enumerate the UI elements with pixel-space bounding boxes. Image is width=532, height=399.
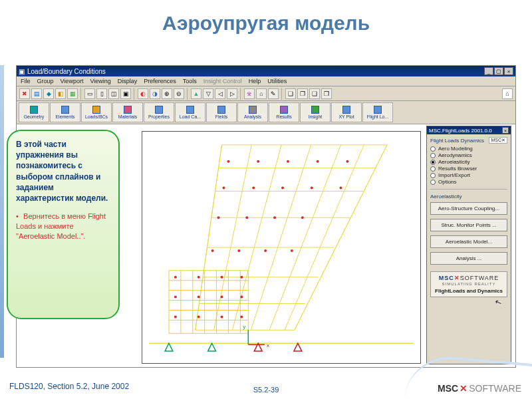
svg-line-2: [214, 145, 252, 330]
svg-line-7: [295, 145, 387, 330]
tool-button[interactable]: ◑: [150, 88, 160, 99]
svg-marker-0: [196, 145, 387, 330]
tab-properties[interactable]: Properties: [144, 102, 174, 122]
tool-button[interactable]: ▤: [31, 88, 42, 99]
tool-button[interactable]: ▭: [84, 88, 95, 99]
tab-geometry[interactable]: Geometry: [19, 102, 49, 122]
svg-point-16: [287, 160, 289, 163]
model-viewport[interactable]: x y: [142, 131, 421, 364]
panel-heading: Flight Loads Dynamics: [430, 138, 484, 144]
svg-line-5: [269, 145, 340, 330]
svg-point-52: [174, 315, 177, 318]
svg-point-14: [227, 160, 229, 163]
tool-button[interactable]: ❒: [321, 88, 332, 99]
flightloads-panel: MSC.FlightLoads 2001.0.0 × Flight Loads …: [426, 126, 511, 364]
radio-aerodynamics[interactable]: Aerodynamics: [430, 152, 507, 158]
menu-item[interactable]: Display: [118, 78, 138, 84]
svg-point-29: [237, 249, 240, 252]
svg-line-4: [251, 145, 311, 330]
msc-badge-icon: MSC✕: [489, 137, 507, 144]
aeroelastic-model-button[interactable]: Aeroelastic Model...: [430, 235, 507, 248]
tool-button[interactable]: ▣: [120, 88, 131, 99]
tool-button[interactable]: ❏: [285, 88, 296, 99]
menu-item[interactable]: Viewport: [61, 78, 84, 84]
tool-button[interactable]: ※: [244, 88, 255, 99]
svg-point-22: [311, 187, 313, 190]
tool-button[interactable]: ◧: [55, 88, 66, 99]
svg-point-15: [257, 160, 259, 163]
tab-analysis[interactable]: Analysis: [237, 102, 268, 122]
svg-point-18: [346, 160, 348, 163]
menu-item[interactable]: File: [21, 78, 31, 84]
svg-point-20: [252, 187, 255, 190]
menu-item[interactable]: Tools: [183, 78, 197, 84]
svg-point-45: [198, 276, 200, 279]
tool-button[interactable]: ▽: [203, 88, 213, 99]
svg-point-24: [217, 216, 220, 219]
tool-button[interactable]: ◫: [108, 88, 119, 99]
panel-logo: MSC✕SOFTWARE SIMULATING REALITY FlightLo…: [430, 271, 507, 297]
aero-structure-coupling-button[interactable]: Aero-Structure Coupling...: [430, 202, 507, 215]
svg-point-48: [174, 296, 177, 299]
svg-point-28: [211, 249, 214, 252]
radio-results-browser[interactable]: Results Browser: [430, 166, 507, 172]
tab-elements[interactable]: Elements: [50, 102, 80, 122]
footer-left: FLDS120, Section 5.2, June 2002: [9, 382, 129, 391]
tool-button[interactable]: ✖: [19, 88, 30, 99]
svg-point-49: [198, 296, 200, 299]
close-button[interactable]: ×: [504, 67, 513, 75]
tab-xyplot[interactable]: XY Plot: [331, 102, 362, 122]
menu-item[interactable]: Viewing: [90, 78, 110, 84]
tab-results[interactable]: Results: [269, 102, 299, 122]
svg-line-1: [196, 145, 222, 330]
svg-point-26: [273, 216, 276, 219]
panel-close-icon[interactable]: ×: [502, 127, 509, 134]
analysis-button[interactable]: Analysis ...: [430, 252, 507, 265]
radio-aero-modeling[interactable]: Aero Modeling: [430, 146, 507, 152]
menu-item[interactable]: Group: [37, 78, 54, 84]
svg-point-46: [221, 276, 223, 279]
svg-point-31: [291, 249, 293, 252]
svg-point-27: [301, 216, 304, 219]
tool-button[interactable]: ⊕: [162, 88, 172, 99]
struc-monitor-points-button[interactable]: Struc. Monitor Points ...: [430, 219, 507, 231]
app-icon: ▣: [19, 68, 25, 75]
home-icon[interactable]: ⌂: [502, 88, 513, 99]
tab-insight[interactable]: Insight: [300, 102, 331, 122]
menu-item[interactable]: Utilities: [267, 78, 287, 84]
menu-item[interactable]: Preferences: [144, 78, 176, 84]
tab-loadcases[interactable]: Load Ca...: [175, 102, 205, 122]
radio-import-export[interactable]: Import/Export: [430, 172, 507, 178]
slide-accent-bar: [0, 65, 4, 358]
maximize-button[interactable]: ▢: [494, 67, 503, 75]
window-title: Load/Boundary Conditions: [27, 68, 106, 75]
tool-button[interactable]: ⌂: [256, 88, 267, 99]
tool-button[interactable]: ▲: [191, 88, 201, 99]
svg-marker-60: [294, 343, 302, 351]
menu-item[interactable]: Help: [249, 78, 261, 84]
tool-button[interactable]: ◆: [43, 88, 54, 99]
tool-button[interactable]: ◐: [138, 88, 148, 99]
tool-button[interactable]: ▯: [96, 88, 107, 99]
svg-line-6: [285, 145, 364, 330]
slide-title: Аэроупругая модель: [0, 0, 532, 43]
panel-title: MSC.FlightLoads 2001.0.0: [429, 128, 492, 134]
tool-button[interactable]: ❑: [309, 88, 320, 99]
tool-button[interactable]: ✎: [268, 88, 279, 99]
radio-aeroelasticity[interactable]: Aeroelasticity: [430, 159, 507, 165]
tab-fields[interactable]: Fields: [206, 102, 237, 122]
minimize-button[interactable]: _: [484, 67, 493, 75]
tool-button[interactable]: ❐: [297, 88, 308, 99]
svg-point-25: [245, 216, 248, 219]
tool-button[interactable]: ◁: [215, 88, 225, 99]
tool-button[interactable]: ▦: [67, 88, 78, 99]
tool-button[interactable]: ▷: [227, 88, 237, 99]
tab-materials[interactable]: Materials: [112, 102, 143, 122]
menu-item-disabled: Insight Control: [203, 78, 242, 84]
tool-button[interactable]: ⊖: [174, 88, 184, 99]
window-controls: _ ▢ ×: [484, 67, 513, 75]
instruction-step: • Вернитесь в меню Flight Loads и нажмит…: [16, 211, 110, 241]
tab-loads-bcs[interactable]: Loads/BCs: [81, 102, 112, 122]
radio-options[interactable]: Options: [430, 179, 507, 185]
tab-flightloads[interactable]: Flight Lo...: [362, 102, 393, 122]
